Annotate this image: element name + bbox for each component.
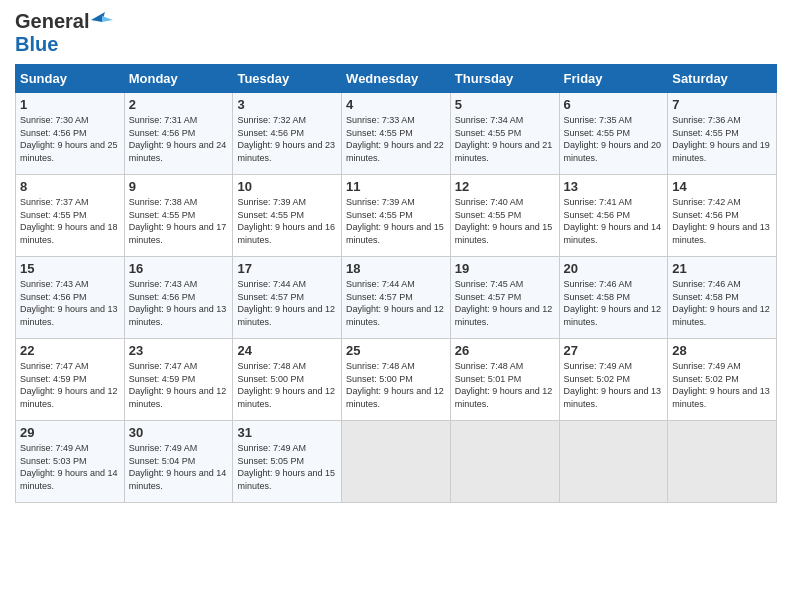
day-info: Sunrise: 7:49 AM Sunset: 5:04 PM Dayligh… (129, 442, 229, 492)
day-number: 24 (237, 343, 337, 358)
day-header-saturday: Saturday (668, 65, 777, 93)
day-header-monday: Monday (124, 65, 233, 93)
calendar-cell: 24 Sunrise: 7:48 AM Sunset: 5:00 PM Dayl… (233, 339, 342, 421)
calendar-cell: 16 Sunrise: 7:43 AM Sunset: 4:56 PM Dayl… (124, 257, 233, 339)
calendar-cell: 18 Sunrise: 7:44 AM Sunset: 4:57 PM Dayl… (342, 257, 451, 339)
day-info: Sunrise: 7:35 AM Sunset: 4:55 PM Dayligh… (564, 114, 664, 164)
day-info: Sunrise: 7:47 AM Sunset: 4:59 PM Dayligh… (20, 360, 120, 410)
calendar-cell: 29 Sunrise: 7:49 AM Sunset: 5:03 PM Dayl… (16, 421, 125, 503)
day-number: 26 (455, 343, 555, 358)
day-info: Sunrise: 7:38 AM Sunset: 4:55 PM Dayligh… (129, 196, 229, 246)
calendar-cell: 26 Sunrise: 7:48 AM Sunset: 5:01 PM Dayl… (450, 339, 559, 421)
day-info: Sunrise: 7:42 AM Sunset: 4:56 PM Dayligh… (672, 196, 772, 246)
day-number: 10 (237, 179, 337, 194)
day-number: 27 (564, 343, 664, 358)
logo-bird-icon (91, 12, 113, 28)
day-number: 22 (20, 343, 120, 358)
calendar-week-2: 15 Sunrise: 7:43 AM Sunset: 4:56 PM Dayl… (16, 257, 777, 339)
day-info: Sunrise: 7:46 AM Sunset: 4:58 PM Dayligh… (672, 278, 772, 328)
day-number: 28 (672, 343, 772, 358)
day-info: Sunrise: 7:45 AM Sunset: 4:57 PM Dayligh… (455, 278, 555, 328)
day-number: 31 (237, 425, 337, 440)
day-info: Sunrise: 7:31 AM Sunset: 4:56 PM Dayligh… (129, 114, 229, 164)
day-info: Sunrise: 7:49 AM Sunset: 5:02 PM Dayligh… (672, 360, 772, 410)
calendar-cell: 20 Sunrise: 7:46 AM Sunset: 4:58 PM Dayl… (559, 257, 668, 339)
day-info: Sunrise: 7:33 AM Sunset: 4:55 PM Dayligh… (346, 114, 446, 164)
calendar-cell: 11 Sunrise: 7:39 AM Sunset: 4:55 PM Dayl… (342, 175, 451, 257)
day-info: Sunrise: 7:30 AM Sunset: 4:56 PM Dayligh… (20, 114, 120, 164)
calendar-cell: 25 Sunrise: 7:48 AM Sunset: 5:00 PM Dayl… (342, 339, 451, 421)
calendar-cell (342, 421, 451, 503)
day-info: Sunrise: 7:39 AM Sunset: 4:55 PM Dayligh… (346, 196, 446, 246)
day-number: 13 (564, 179, 664, 194)
day-info: Sunrise: 7:39 AM Sunset: 4:55 PM Dayligh… (237, 196, 337, 246)
day-number: 14 (672, 179, 772, 194)
calendar-cell: 4 Sunrise: 7:33 AM Sunset: 4:55 PM Dayli… (342, 93, 451, 175)
day-info: Sunrise: 7:49 AM Sunset: 5:02 PM Dayligh… (564, 360, 664, 410)
logo-general: General (15, 10, 89, 33)
calendar-cell: 1 Sunrise: 7:30 AM Sunset: 4:56 PM Dayli… (16, 93, 125, 175)
calendar-cell: 19 Sunrise: 7:45 AM Sunset: 4:57 PM Dayl… (450, 257, 559, 339)
day-number: 5 (455, 97, 555, 112)
day-info: Sunrise: 7:48 AM Sunset: 5:00 PM Dayligh… (346, 360, 446, 410)
calendar-cell: 31 Sunrise: 7:49 AM Sunset: 5:05 PM Dayl… (233, 421, 342, 503)
day-number: 20 (564, 261, 664, 276)
day-info: Sunrise: 7:48 AM Sunset: 5:01 PM Dayligh… (455, 360, 555, 410)
calendar-cell: 6 Sunrise: 7:35 AM Sunset: 4:55 PM Dayli… (559, 93, 668, 175)
page: General Blue SundayMondayTuesdayWednesda… (0, 0, 792, 612)
day-number: 16 (129, 261, 229, 276)
day-info: Sunrise: 7:46 AM Sunset: 4:58 PM Dayligh… (564, 278, 664, 328)
day-info: Sunrise: 7:48 AM Sunset: 5:00 PM Dayligh… (237, 360, 337, 410)
day-number: 29 (20, 425, 120, 440)
calendar-cell: 10 Sunrise: 7:39 AM Sunset: 4:55 PM Dayl… (233, 175, 342, 257)
day-number: 3 (237, 97, 337, 112)
calendar-table: SundayMondayTuesdayWednesdayThursdayFrid… (15, 64, 777, 503)
logo: General Blue (15, 10, 113, 56)
calendar-cell: 13 Sunrise: 7:41 AM Sunset: 4:56 PM Dayl… (559, 175, 668, 257)
calendar-cell: 14 Sunrise: 7:42 AM Sunset: 4:56 PM Dayl… (668, 175, 777, 257)
calendar-cell: 7 Sunrise: 7:36 AM Sunset: 4:55 PM Dayli… (668, 93, 777, 175)
calendar-cell: 8 Sunrise: 7:37 AM Sunset: 4:55 PM Dayli… (16, 175, 125, 257)
svg-marker-1 (102, 16, 113, 22)
day-info: Sunrise: 7:47 AM Sunset: 4:59 PM Dayligh… (129, 360, 229, 410)
day-number: 1 (20, 97, 120, 112)
day-info: Sunrise: 7:44 AM Sunset: 4:57 PM Dayligh… (346, 278, 446, 328)
day-info: Sunrise: 7:49 AM Sunset: 5:03 PM Dayligh… (20, 442, 120, 492)
calendar-week-3: 22 Sunrise: 7:47 AM Sunset: 4:59 PM Dayl… (16, 339, 777, 421)
calendar-cell: 30 Sunrise: 7:49 AM Sunset: 5:04 PM Dayl… (124, 421, 233, 503)
calendar-cell: 17 Sunrise: 7:44 AM Sunset: 4:57 PM Dayl… (233, 257, 342, 339)
day-number: 18 (346, 261, 446, 276)
day-info: Sunrise: 7:37 AM Sunset: 4:55 PM Dayligh… (20, 196, 120, 246)
day-number: 30 (129, 425, 229, 440)
day-info: Sunrise: 7:41 AM Sunset: 4:56 PM Dayligh… (564, 196, 664, 246)
day-number: 23 (129, 343, 229, 358)
day-number: 15 (20, 261, 120, 276)
day-number: 4 (346, 97, 446, 112)
day-number: 2 (129, 97, 229, 112)
day-number: 12 (455, 179, 555, 194)
calendar-week-1: 8 Sunrise: 7:37 AM Sunset: 4:55 PM Dayli… (16, 175, 777, 257)
calendar-cell: 28 Sunrise: 7:49 AM Sunset: 5:02 PM Dayl… (668, 339, 777, 421)
day-info: Sunrise: 7:44 AM Sunset: 4:57 PM Dayligh… (237, 278, 337, 328)
day-info: Sunrise: 7:43 AM Sunset: 4:56 PM Dayligh… (20, 278, 120, 328)
calendar-cell (559, 421, 668, 503)
calendar-cell: 2 Sunrise: 7:31 AM Sunset: 4:56 PM Dayli… (124, 93, 233, 175)
day-number: 25 (346, 343, 446, 358)
day-number: 17 (237, 261, 337, 276)
day-number: 8 (20, 179, 120, 194)
calendar-cell: 21 Sunrise: 7:46 AM Sunset: 4:58 PM Dayl… (668, 257, 777, 339)
calendar-cell: 12 Sunrise: 7:40 AM Sunset: 4:55 PM Dayl… (450, 175, 559, 257)
day-number: 6 (564, 97, 664, 112)
day-number: 7 (672, 97, 772, 112)
day-info: Sunrise: 7:32 AM Sunset: 4:56 PM Dayligh… (237, 114, 337, 164)
day-number: 9 (129, 179, 229, 194)
calendar-week-0: 1 Sunrise: 7:30 AM Sunset: 4:56 PM Dayli… (16, 93, 777, 175)
calendar-cell: 3 Sunrise: 7:32 AM Sunset: 4:56 PM Dayli… (233, 93, 342, 175)
calendar-cell: 23 Sunrise: 7:47 AM Sunset: 4:59 PM Dayl… (124, 339, 233, 421)
calendar-header-row: SundayMondayTuesdayWednesdayThursdayFrid… (16, 65, 777, 93)
day-number: 11 (346, 179, 446, 194)
calendar-cell: 15 Sunrise: 7:43 AM Sunset: 4:56 PM Dayl… (16, 257, 125, 339)
header: General Blue (15, 10, 777, 56)
day-header-friday: Friday (559, 65, 668, 93)
day-header-tuesday: Tuesday (233, 65, 342, 93)
